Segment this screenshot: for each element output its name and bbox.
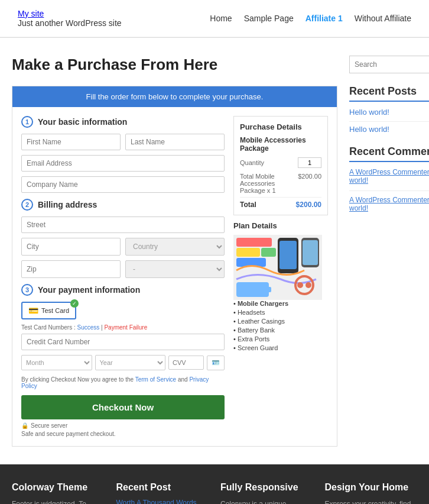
name-row bbox=[21, 134, 225, 150]
total-row: Total $200.00 bbox=[240, 197, 321, 209]
section2-header: 2 Billing address bbox=[21, 199, 225, 211]
commenter-link-1[interactable]: A WordPress Commenter bbox=[349, 168, 429, 176]
product-image bbox=[233, 235, 322, 300]
plan-item-4: Battery Bank bbox=[233, 327, 328, 334]
street-row bbox=[21, 217, 225, 233]
sidebar: 🔍 Recent Posts Hello world! Hello world!… bbox=[349, 56, 429, 447]
total-mobile-row: Total Mobile Accessories Package x 1 $20… bbox=[240, 173, 321, 194]
email-input[interactable] bbox=[21, 155, 225, 172]
failure-link[interactable]: Payment Failure bbox=[104, 324, 147, 331]
site-tagline: Just another WordPress site bbox=[18, 18, 122, 28]
post-link-2[interactable]: Hello world! bbox=[349, 125, 429, 134]
footer-col-2: Recent Post Worth A Thousand Words Categ… bbox=[116, 482, 209, 504]
lastname-input[interactable] bbox=[125, 134, 225, 150]
section3-label: Your payment information bbox=[38, 285, 140, 295]
test-card-numbers: Test Card Numbers : Success | Payment Fa… bbox=[21, 324, 225, 331]
footer-col3-text: Colorway is a unique responsive WordPres… bbox=[220, 499, 313, 504]
footer-col2-title: Recent Post bbox=[116, 482, 209, 493]
billing-section: 2 Billing address Country bbox=[21, 199, 225, 278]
footer-col-3: Fully Responsive Colorway is a unique re… bbox=[220, 482, 313, 504]
section1-header: 1 Your basic information bbox=[21, 116, 225, 128]
plan-details: Plan Details bbox=[233, 221, 328, 351]
recent-posts-title: Recent Posts bbox=[349, 85, 429, 102]
country-select[interactable]: Country bbox=[125, 238, 225, 256]
post-link-1[interactable]: Hello world! bbox=[349, 108, 429, 117]
terms-text: By clicking Checkout Now you agree to th… bbox=[21, 376, 225, 389]
card-badge: 💳 Test Card ✓ bbox=[21, 302, 76, 319]
plan-item-5: Extra Ports bbox=[233, 335, 328, 343]
footer-col3-title: Fully Responsive bbox=[220, 482, 313, 493]
commenter-link-2[interactable]: A WordPress Commenter bbox=[349, 196, 429, 204]
footer-post-link-1[interactable]: Worth A Thousand Words bbox=[116, 499, 209, 504]
footer-col-4: Design Your Home Express your creativity… bbox=[325, 482, 418, 504]
total-mobile-label: Total Mobile Accessories Package x 1 bbox=[240, 173, 298, 194]
footer-col4-title: Design Your Home bbox=[325, 482, 418, 493]
page-title: Make a Purchase From Here bbox=[12, 56, 337, 74]
search-box: 🔍 bbox=[349, 56, 429, 73]
plan-title: Plan Details bbox=[233, 221, 328, 230]
recent-comments-title: Recent Comments bbox=[349, 146, 429, 162]
card-check-icon: ✓ bbox=[70, 299, 79, 308]
site-header: My site Just another WordPress site Home… bbox=[0, 0, 429, 37]
nav-without-affiliate[interactable]: Without Affiliate bbox=[355, 14, 411, 23]
cvv-input[interactable] bbox=[168, 356, 204, 370]
svg-rect-2 bbox=[236, 248, 260, 257]
total-price: $200.00 bbox=[296, 201, 321, 209]
quantity-input[interactable] bbox=[298, 157, 321, 168]
section1-label: Your basic information bbox=[38, 117, 127, 127]
card-number-input[interactable] bbox=[21, 334, 225, 350]
nav-home[interactable]: Home bbox=[210, 14, 232, 23]
city-input[interactable] bbox=[21, 238, 121, 256]
checkout-button[interactable]: Checkout Now bbox=[21, 395, 225, 419]
card-info-button[interactable]: 🪪 bbox=[207, 356, 225, 370]
nav-sample-page[interactable]: Sample Page bbox=[244, 14, 294, 23]
section3-num: 3 bbox=[21, 284, 33, 296]
recent-posts-section: Recent Posts Hello world! Hello world! bbox=[349, 85, 429, 134]
company-input[interactable] bbox=[21, 176, 225, 193]
total-label: Total bbox=[240, 201, 256, 209]
nav-affiliate-1[interactable]: Affiliate 1 bbox=[306, 14, 343, 23]
footer-col1-text: Footer is widgetized. To setup the foote… bbox=[12, 499, 105, 504]
plan-item-1: Mobile Chargers bbox=[233, 300, 328, 307]
site-branding: My site Just another WordPress site bbox=[18, 9, 122, 28]
year-select[interactable]: Year bbox=[95, 355, 166, 370]
plan-item-3: Leather Casings bbox=[233, 318, 328, 325]
site-title-link[interactable]: My site bbox=[18, 9, 44, 18]
lock-icon: 🔒 bbox=[21, 422, 28, 429]
zip-input[interactable] bbox=[21, 260, 121, 278]
test-card-label: Test Card Numbers : bbox=[21, 324, 76, 331]
footer-col-1: Colorway Theme Footer is widgetized. To … bbox=[12, 482, 105, 504]
credit-card-icon: 💳 bbox=[28, 306, 38, 315]
comment-1: A WordPress Commenter on Hello world! bbox=[349, 168, 429, 185]
svg-rect-8 bbox=[303, 240, 318, 265]
site-footer: Colorway Theme Footer is widgetized. To … bbox=[0, 464, 429, 504]
comments-divider-1 bbox=[349, 190, 429, 191]
firstname-input[interactable] bbox=[21, 134, 121, 150]
order-form-header: Fill the order form below to complete yo… bbox=[12, 86, 337, 107]
quantity-label: Quantity bbox=[240, 159, 264, 166]
plan-items-list: Mobile Chargers Headsets Leather Casings… bbox=[233, 300, 328, 351]
form-right: Purchase Details Mobile Accessories Pack… bbox=[233, 116, 328, 437]
section3-header: 3 Your payment information bbox=[21, 284, 225, 296]
footer-col4-text: Express your creativity, find inspiratio… bbox=[325, 499, 418, 504]
plan-item-2: Headsets bbox=[233, 309, 328, 316]
street-input[interactable] bbox=[21, 217, 225, 233]
order-form-container: Fill the order form below to complete yo… bbox=[12, 86, 337, 447]
svg-rect-6 bbox=[280, 241, 297, 269]
section2-num: 2 bbox=[21, 199, 33, 211]
total-mobile-price: $200.00 bbox=[298, 173, 321, 194]
footer-content: Colorway Theme Footer is widgetized. To … bbox=[12, 482, 417, 504]
content-area: Make a Purchase From Here Fill the order… bbox=[12, 56, 337, 447]
terms-link[interactable]: Term of Service bbox=[135, 376, 176, 383]
svg-rect-1 bbox=[236, 238, 272, 247]
package-name: Mobile Accessories Package bbox=[240, 136, 321, 153]
search-input[interactable] bbox=[350, 56, 429, 73]
success-link[interactable]: Success bbox=[77, 324, 99, 331]
comment-2: A WordPress Commenter on Hello world! bbox=[349, 196, 429, 212]
company-row bbox=[21, 176, 225, 193]
month-select[interactable]: Month bbox=[21, 355, 92, 370]
svg-point-12 bbox=[297, 282, 303, 288]
and-text: and bbox=[178, 376, 188, 383]
zip2-select[interactable]: - bbox=[125, 260, 225, 278]
payment-section: 3 Your payment information 💳 Test Card ✓… bbox=[21, 284, 225, 437]
